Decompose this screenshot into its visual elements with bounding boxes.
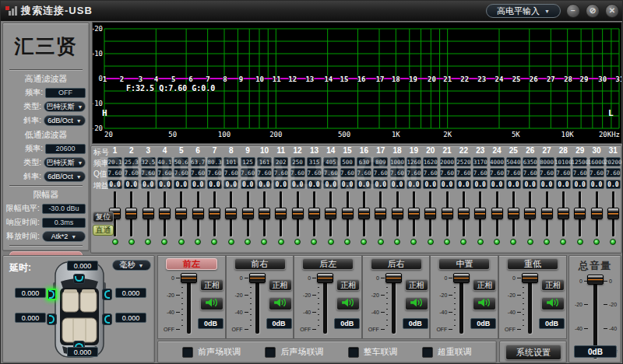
channel-gain-display[interactable]: 0dB [266, 318, 292, 329]
band-gain-field[interactable]: 0.0 [390, 180, 405, 189]
band-q-field[interactable]: 7.60 [590, 168, 604, 177]
band-fader-knob[interactable] [159, 208, 171, 219]
band-q-field[interactable]: 7.60 [323, 168, 338, 177]
band-freq-field[interactable]: 202 [273, 157, 288, 166]
band-q-field[interactable]: 7.60 [207, 168, 222, 177]
speaker-rear-left-icon[interactable] [47, 313, 57, 325]
band-fader-knob[interactable] [259, 208, 270, 219]
band-freq-field[interactable]: 1000 [390, 157, 405, 166]
band-q-field[interactable]: 7.60 [141, 168, 156, 177]
band-fader-knob[interactable] [524, 208, 536, 219]
eq-reset-button[interactable]: 复位 [93, 212, 114, 222]
channel-select-button[interactable]: 前左 [166, 258, 217, 270]
band-fader-knob[interactable] [408, 208, 420, 219]
band-gain-field[interactable]: 0.0 [273, 180, 288, 189]
band-gain-field[interactable]: 0.0 [290, 180, 305, 189]
lpf-freq-field[interactable]: 20600 [45, 144, 86, 154]
mute-button[interactable] [405, 297, 428, 310]
band-fader[interactable] [290, 191, 305, 236]
band-gain-field[interactable]: 0.0 [207, 180, 222, 189]
band-q-field[interactable]: 7.60 [273, 168, 288, 177]
band-freq-field[interactable]: 16000 [590, 157, 604, 166]
hpf-slope-dropdown[interactable]: 6dB/Oct▼ [44, 115, 86, 126]
band-q-field[interactable]: 7.60 [241, 168, 255, 177]
band-q-field[interactable]: 7.60 [107, 168, 122, 177]
channel-gain-display[interactable]: 0dB [470, 318, 496, 329]
speaker-rear-right-icon[interactable] [102, 313, 112, 325]
band-fader-knob[interactable] [125, 208, 137, 219]
band-q-field[interactable]: 7.60 [423, 168, 438, 177]
band-fader-knob[interactable] [308, 208, 320, 219]
mute-button[interactable] [269, 297, 292, 310]
band-freq-field[interactable]: 80.3 [207, 157, 222, 166]
delay-rear-center-field[interactable]: 0.000 [67, 347, 98, 357]
band-freq-field[interactable]: 405 [323, 157, 338, 166]
band-gain-field[interactable]: 0.0 [440, 180, 455, 189]
band-freq-field[interactable]: 32.5 [141, 157, 156, 166]
band-fader-knob[interactable] [458, 208, 470, 219]
band-fader-knob[interactable] [342, 208, 354, 219]
band-freq-field[interactable]: 40.1 [157, 157, 172, 166]
phase-button[interactable]: 正相 [541, 279, 565, 291]
mute-button[interactable] [336, 297, 360, 310]
phase-button[interactable]: 正相 [473, 279, 496, 291]
band-q-field[interactable]: 7.60 [540, 168, 554, 177]
band-gain-field[interactable]: 0.0 [590, 180, 604, 189]
band-gain-field[interactable]: 0.0 [340, 180, 355, 189]
band-fader[interactable] [390, 191, 405, 236]
band-q-field[interactable]: 7.60 [373, 168, 388, 177]
mute-button[interactable] [541, 297, 565, 310]
band-freq-field[interactable]: 630 [357, 157, 371, 166]
band-fader[interactable] [606, 191, 621, 236]
band-fader-knob[interactable] [292, 208, 304, 219]
band-freq-field[interactable]: 250 [290, 157, 305, 166]
limit-level-field[interactable]: -30.0 dBu [42, 204, 86, 214]
band-fader-knob[interactable] [325, 208, 336, 219]
band-gain-field[interactable]: 0.0 [191, 180, 206, 189]
band-fader[interactable] [174, 191, 188, 236]
mute-button[interactable] [200, 297, 224, 310]
band-fader[interactable] [191, 191, 206, 236]
band-fader[interactable] [241, 191, 255, 236]
band-fader[interactable] [340, 191, 355, 236]
channel-gain-display[interactable]: 0dB [403, 318, 428, 329]
band-fader-knob[interactable] [242, 208, 254, 219]
band-q-field[interactable]: 7.60 [307, 168, 322, 177]
band-fader-knob[interactable] [491, 208, 503, 219]
band-gain-field[interactable]: 0.0 [307, 180, 322, 189]
band-fader-knob[interactable] [474, 208, 486, 219]
band-fader-knob[interactable] [541, 208, 553, 219]
checkbox-icon[interactable] [348, 347, 359, 358]
band-q-field[interactable]: 7.60 [456, 168, 471, 177]
band-q-field[interactable]: 7.60 [490, 168, 505, 177]
band-fader-knob[interactable] [275, 208, 287, 219]
band-fader[interactable] [224, 191, 238, 236]
channel-fader-knob[interactable] [317, 273, 333, 283]
band-freq-field[interactable]: 3170 [473, 157, 487, 166]
delay-front-right-field[interactable]: 0.000 [115, 288, 146, 298]
band-gain-field[interactable]: 0.0 [107, 180, 122, 189]
checkbox-icon[interactable] [182, 347, 193, 358]
band-freq-field[interactable]: 1620 [423, 157, 438, 166]
band-q-field[interactable]: 7.60 [523, 168, 537, 177]
band-gain-field[interactable]: 0.0 [241, 180, 255, 189]
band-freq-field[interactable]: 315 [307, 157, 322, 166]
delay-rear-right-field[interactable]: 0.000 [115, 313, 146, 323]
eq-response-graph[interactable]: 1234567891011121314151617181920212223242… [92, 22, 622, 144]
band-fader[interactable] [473, 191, 487, 236]
band-fader-knob[interactable] [442, 208, 453, 219]
lpf-slope-dropdown[interactable]: 6dB/Oct▼ [44, 171, 86, 182]
band-fader-knob[interactable] [591, 208, 603, 219]
band-gain-field[interactable]: 0.0 [257, 180, 272, 189]
hpf-freq-field[interactable]: OFF [45, 88, 86, 98]
band-q-field[interactable]: 7.60 [257, 168, 272, 177]
band-gain-field[interactable]: 0.0 [423, 180, 438, 189]
band-freq-field[interactable]: 2520 [456, 157, 471, 166]
band-fader-knob[interactable] [209, 208, 220, 219]
band-q-field[interactable]: 7.60 [556, 168, 571, 177]
band-gain-field[interactable]: 0.0 [323, 180, 338, 189]
band-fader[interactable] [456, 191, 471, 236]
band-gain-field[interactable]: 0.0 [572, 180, 587, 189]
channel-gain-display[interactable]: 0dB [539, 318, 565, 329]
band-q-field[interactable]: 7.60 [340, 168, 355, 177]
